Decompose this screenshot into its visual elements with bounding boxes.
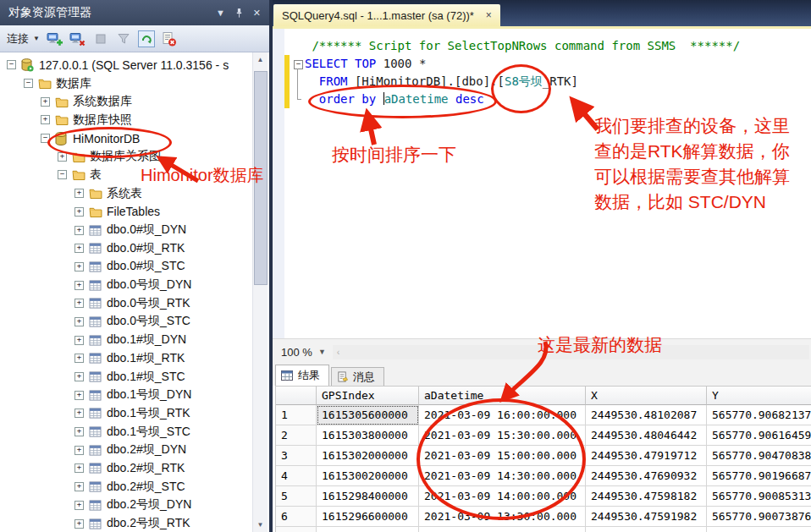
tree-item[interactable]: +dbo.1#坝_RTK <box>0 349 269 368</box>
grid-cell[interactable]: 2449530.48046442 <box>586 425 707 446</box>
grid-cell[interactable]: 2021-03-09 13:30:00.000 <box>419 507 586 527</box>
grid-cell[interactable]: 2449530.47598182 <box>586 486 707 507</box>
expand-icon[interactable]: + <box>74 446 84 455</box>
grid-corner-cell[interactable] <box>276 387 317 405</box>
expand-icon[interactable]: + <box>74 226 84 235</box>
row-number-cell[interactable]: 6 <box>276 507 317 527</box>
tree-item[interactable]: +dbo.2号坝_DYN <box>0 496 269 515</box>
grid-cell[interactable]: 2449530.47690932 <box>586 466 707 486</box>
refresh-icon[interactable] <box>138 30 155 47</box>
scroll-left-icon[interactable]: ‹ <box>333 347 345 357</box>
tree-item[interactable]: +系统数据库 <box>0 92 269 111</box>
grid-cell[interactable]: 1615303800000 <box>317 425 419 446</box>
tree-item[interactable]: +dbo.0号坝_DYN <box>0 276 269 294</box>
expand-icon[interactable]: + <box>74 519 84 529</box>
tree-item[interactable]: +dbo.0#坝_STC <box>0 258 269 277</box>
row-number-cell[interactable]: 3 <box>276 446 317 466</box>
grid-cell[interactable]: 2021-03-09 15:00:00.000 <box>419 446 586 466</box>
collapse-region-icon[interactable]: − <box>294 60 303 69</box>
disconnect-server-icon[interactable] <box>69 30 86 47</box>
expand-icon[interactable]: + <box>74 463 84 473</box>
grid-cell[interactable]: 2021-03-09 14:00:00.000 <box>419 486 586 507</box>
expand-icon[interactable]: + <box>74 501 84 510</box>
zoom-level-select[interactable]: 100 % ▼ <box>273 343 333 361</box>
column-header-aDatetime[interactable]: aDatetime <box>419 387 586 405</box>
query-document-tab[interactable]: SQLQuery4.sql - 1...1.master (sa (72))* … <box>273 4 500 26</box>
tree-item[interactable]: +dbo.1号坝_DYN <box>0 386 269 404</box>
expand-icon[interactable]: + <box>74 299 84 308</box>
tree-item[interactable]: +dbo.0#坝_RTK <box>0 239 269 258</box>
expand-icon[interactable]: + <box>41 115 50 124</box>
grid-cell[interactable]: 565770.90196687 <box>707 466 811 486</box>
grid-cell[interactable]: 565770.90470838 <box>707 446 811 466</box>
grid-cell[interactable]: 2021-03-09 15:30:00.000 <box>419 425 586 446</box>
tree-item[interactable]: −HiMonitorDB <box>0 129 269 148</box>
expand-icon[interactable]: + <box>74 189 84 198</box>
close-icon[interactable]: ✕ <box>253 8 261 19</box>
connect-dropdown-button[interactable]: 连接 ▼ <box>7 31 40 47</box>
expand-icon[interactable]: + <box>74 317 84 326</box>
tree-item[interactable]: +dbo.1号坝_STC <box>0 423 269 442</box>
row-number-cell[interactable]: 4 <box>276 466 317 486</box>
tree-item[interactable]: −数据库 <box>0 74 269 93</box>
grid-cell[interactable]: 1615302000000 <box>317 446 419 466</box>
row-number-cell[interactable]: 2 <box>276 425 317 446</box>
collapse-icon[interactable]: − <box>7 60 16 69</box>
expand-icon[interactable]: + <box>74 391 84 400</box>
tree-item[interactable]: +dbo.2#坝_RTK <box>0 459 269 478</box>
grid-cell[interactable]: 565770.90085313 <box>707 486 811 507</box>
tree-item[interactable]: +数据库快照 <box>0 111 269 129</box>
tree-item[interactable]: +dbo.0号坝_RTK <box>0 294 269 313</box>
expand-icon[interactable]: + <box>74 409 84 418</box>
results-tab-messages[interactable]: 消息 <box>331 367 384 386</box>
collapse-icon[interactable]: − <box>58 170 67 179</box>
pin-icon[interactable] <box>235 8 243 19</box>
grid-cell[interactable]: 1615296600000 <box>317 507 419 527</box>
tree-item[interactable]: +dbo.2#坝_DYN <box>0 441 269 459</box>
tree-item[interactable]: +dbo.2#坝_STC <box>0 478 269 496</box>
tree-item[interactable]: +dbo.1#坝_DYN <box>0 331 269 349</box>
collapse-icon[interactable]: − <box>24 79 33 88</box>
grid-cell[interactable]: 2449530.47919712 <box>586 446 707 466</box>
grid-cell[interactable]: 565770.90616459 <box>707 425 811 446</box>
expand-icon[interactable]: + <box>74 427 84 436</box>
grid-cell[interactable]: 565770.90073876 <box>707 507 811 527</box>
expand-icon[interactable]: + <box>74 262 84 271</box>
scroll-down-icon[interactable]: ▼ <box>253 518 268 532</box>
expand-icon[interactable]: + <box>74 281 84 290</box>
grid-cell[interactable]: 1615298400000 <box>317 486 419 507</box>
column-header-X[interactable]: X <box>586 387 707 405</box>
grid-cell[interactable]: 2021-03-09 16:00:00.000 <box>419 405 586 425</box>
expand-icon[interactable]: + <box>74 244 84 253</box>
expand-icon[interactable]: + <box>74 372 84 381</box>
grid-cell[interactable]: 565770.90682137 <box>707 405 811 425</box>
tab-close-icon[interactable]: × <box>486 9 492 21</box>
tree-item[interactable]: +dbo.2号坝_RTK <box>0 514 269 532</box>
expand-icon[interactable]: + <box>41 97 50 107</box>
grid-cell[interactable]: 2021-03-09 14:30:00.000 <box>419 466 586 486</box>
grid-cell[interactable]: 2449530.48102087 <box>586 405 707 425</box>
column-header-GPSIndex[interactable]: GPSIndex <box>317 387 419 405</box>
expand-icon[interactable]: + <box>74 354 84 363</box>
tree-item[interactable]: +dbo.1#坝_STC <box>0 368 269 387</box>
tree-item[interactable]: −127.0.0.1 (SQL Server 11.0.3156 - s <box>0 56 269 74</box>
tree-scrollbar[interactable]: ▲ ▼ <box>252 52 268 532</box>
script-error-icon[interactable] <box>161 30 178 47</box>
code-area[interactable]: /****** Script for SelectTopNRows comman… <box>305 37 740 108</box>
collapse-icon[interactable]: − <box>41 134 50 143</box>
results-tab-results[interactable]: 结果 <box>275 365 329 386</box>
expand-icon[interactable]: + <box>74 482 84 491</box>
row-number-cell[interactable]: 5 <box>276 486 317 507</box>
tree-item[interactable]: +FileTables <box>0 203 269 222</box>
tree-item[interactable]: +dbo.0号坝_STC <box>0 313 269 332</box>
connect-server-icon[interactable] <box>47 30 63 47</box>
column-header-Y[interactable]: Y <box>707 387 811 405</box>
grid-cell[interactable]: 1615305600000 <box>317 405 419 425</box>
grid-cell[interactable]: 1615300200000 <box>317 466 419 486</box>
tree-item[interactable]: +dbo.1号坝_RTK <box>0 404 269 423</box>
tree-item[interactable]: +dbo.0#坝_DYN <box>0 221 269 239</box>
scroll-up-icon[interactable]: ▲ <box>253 52 268 67</box>
expand-icon[interactable]: + <box>58 152 67 162</box>
expand-icon[interactable]: + <box>74 207 84 217</box>
chevron-down-icon[interactable]: ▼ <box>216 8 225 18</box>
